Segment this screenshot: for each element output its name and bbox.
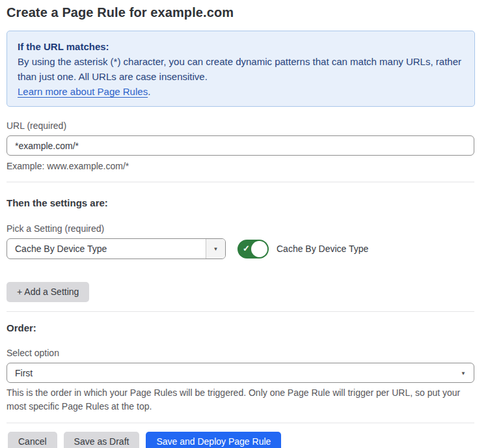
setting-select-value: Cache By Device Type: [7, 239, 206, 259]
divider-after-settings: [7, 311, 474, 312]
info-box-body: By using the asterisk (*) character, you…: [18, 54, 464, 84]
order-helper-text: This is the order in which your Page Rul…: [7, 386, 466, 413]
order-select-value: First: [15, 368, 33, 378]
url-match-info-box: If the URL matches: By using the asteris…: [7, 31, 475, 107]
save-and-deploy-button[interactable]: Save and Deploy Page Rule: [146, 432, 281, 448]
cancel-button[interactable]: Cancel: [8, 432, 57, 448]
check-icon: ✓: [243, 244, 250, 253]
page-rule-form: Create a Page Rule for example.com If th…: [0, 0, 488, 448]
setting-select[interactable]: Cache By Device Type ▼: [7, 238, 226, 259]
order-select-label: Select option: [7, 348, 475, 358]
save-as-draft-button[interactable]: Save as Draft: [64, 432, 140, 448]
order-select[interactable]: First ▼: [7, 363, 474, 383]
toggle-knob: [251, 241, 267, 257]
settings-section-heading: Then the settings are:: [7, 197, 475, 208]
action-button-row: Cancel Save as Draft Save and Deploy Pag…: [7, 432, 475, 448]
add-setting-button[interactable]: + Add a Setting: [7, 282, 89, 302]
page-title: Create a Page Rule for example.com: [7, 5, 475, 20]
cache-by-device-toggle[interactable]: ✓: [237, 240, 269, 259]
chevron-down-icon: ▼: [213, 246, 219, 252]
info-box-link-line: Learn more about Page Rules.: [18, 84, 464, 99]
url-input[interactable]: [7, 135, 474, 156]
url-example-helper: Example: www.example.com/*: [7, 160, 475, 173]
chevron-down-icon: ▼: [461, 370, 466, 376]
setting-select-arrow-button[interactable]: ▼: [206, 239, 225, 259]
link-period: .: [148, 86, 150, 97]
order-section-heading: Order:: [7, 322, 475, 333]
url-field-label: URL (required): [7, 120, 475, 131]
toggle-label: Cache By Device Type: [277, 244, 368, 254]
divider-before-actions: [7, 423, 474, 423]
divider-after-url: [7, 182, 474, 182]
setting-row: Cache By Device Type ▼ ✓ Cache By Device…: [7, 238, 475, 259]
pick-setting-label: Pick a Setting (required): [7, 223, 475, 234]
info-box-heading: If the URL matches:: [18, 39, 464, 54]
learn-more-link[interactable]: Learn more about Page Rules: [18, 86, 148, 97]
